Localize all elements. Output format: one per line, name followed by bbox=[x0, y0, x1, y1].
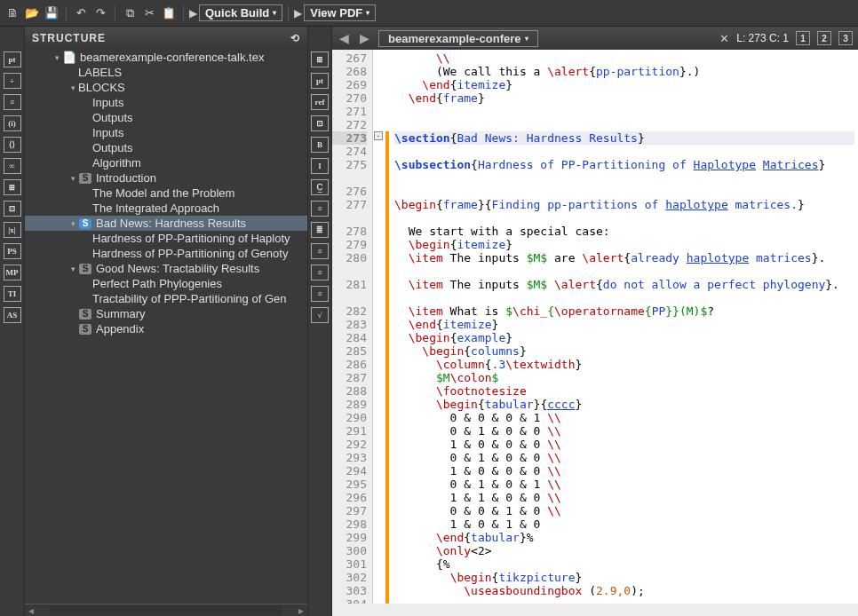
new-file-icon[interactable]: 🗎 bbox=[4, 4, 21, 22]
structure-hscrollbar[interactable]: ◂ ▸ bbox=[25, 604, 307, 616]
structure-header: STRUCTURE ⟲ bbox=[25, 27, 307, 50]
paste-icon[interactable]: 📋 bbox=[160, 4, 178, 22]
undo-icon[interactable]: ↶ bbox=[72, 4, 90, 22]
symbol-palette-button-11[interactable]: TI bbox=[4, 286, 21, 302]
fold-toggle-icon[interactable]: - bbox=[374, 131, 383, 140]
tree-item[interactable]: ▾SIntroduction bbox=[25, 170, 307, 186]
tree-item[interactable]: Inputs bbox=[25, 125, 307, 140]
editor-action-button-11[interactable]: ≡ bbox=[311, 286, 329, 302]
tree-item[interactable]: The Integrated Approach bbox=[25, 201, 307, 216]
tree-item[interactable]: ▾📄beamerexample-conference-talk.tex bbox=[25, 50, 307, 65]
symbol-palette-button-1[interactable]: ÷ bbox=[4, 73, 21, 89]
symbol-palette-button-10[interactable]: MP bbox=[4, 265, 21, 280]
tree-item[interactable]: SAppendix bbox=[25, 321, 307, 336]
editor-action-button-6[interactable]: C̲ bbox=[311, 179, 329, 195]
structure-panel: STRUCTURE ⟲ ▾📄beamerexample-conference-t… bbox=[25, 27, 307, 616]
editor-action-button-9[interactable]: ≡ bbox=[311, 243, 329, 259]
separator bbox=[288, 5, 289, 21]
pane-2-button[interactable]: 2 bbox=[817, 31, 831, 45]
run-view-icon[interactable]: ▶ bbox=[294, 7, 302, 20]
symbol-palette-button-8[interactable]: |x| bbox=[4, 222, 21, 238]
file-selector-dropdown[interactable]: beamerexample-confere▾ bbox=[378, 30, 538, 47]
tree-item[interactable]: ▾SBad News: Hardness Results bbox=[25, 216, 307, 231]
symbol-palette-button-9[interactable]: PS bbox=[4, 243, 21, 259]
tree-item[interactable]: ▾SGood News: Tractability Results bbox=[25, 261, 307, 276]
tree-item[interactable]: LABELS bbox=[25, 65, 307, 80]
change-gutter bbox=[385, 50, 391, 604]
open-file-icon[interactable]: 📂 bbox=[23, 4, 41, 22]
editor-hscrollbar[interactable] bbox=[332, 604, 858, 616]
nav-forward-icon[interactable]: ▶ bbox=[358, 31, 371, 45]
symbol-palette-button-5[interactable]: ∞ bbox=[4, 158, 21, 174]
close-tab-icon[interactable]: ✕ bbox=[719, 32, 729, 45]
tree-item[interactable]: The Model and the Problem bbox=[25, 186, 307, 201]
separator bbox=[183, 5, 184, 21]
line-number-gutter: 2672682692702712722732742752762772782792… bbox=[332, 50, 373, 604]
tree-item[interactable]: Algorithm bbox=[25, 155, 307, 170]
code-editor[interactable]: 2672682692702712722732742752762772782792… bbox=[332, 50, 858, 604]
tree-item[interactable]: Perfect Path Phylogenies bbox=[25, 276, 307, 291]
tree-item[interactable]: Inputs bbox=[25, 95, 307, 110]
editor-action-button-7[interactable]: ≡ bbox=[311, 201, 329, 217]
editor-area: ◀ ▶ beamerexample-confere▾ ✕ L: 273 C: 1… bbox=[332, 27, 858, 616]
cut-icon[interactable]: ✂ bbox=[140, 4, 158, 22]
structure-title: STRUCTURE bbox=[32, 32, 106, 44]
quick-build-dropdown[interactable]: Quick Build▾ bbox=[199, 4, 282, 21]
code-content[interactable]: \\ (We call this a \alert{pp-partition}.… bbox=[391, 50, 858, 604]
editor-action-button-2[interactable]: ref bbox=[311, 94, 329, 110]
structure-tree[interactable]: ▾📄beamerexample-conference-talk.texLABEL… bbox=[25, 50, 307, 604]
copy-icon[interactable]: ⧉ bbox=[121, 4, 139, 22]
main-toolbar: 🗎 📂 💾 ↶ ↷ ⧉ ✂ 📋 ▶ Quick Build▾ ▶ View PD… bbox=[0, 0, 858, 27]
editor-action-button-3[interactable]: ⊡ bbox=[311, 115, 329, 131]
editor-action-button-1[interactable]: pt bbox=[311, 73, 329, 89]
tree-item[interactable]: SSummary bbox=[25, 306, 307, 321]
tree-item[interactable]: Outputs bbox=[25, 140, 307, 155]
symbol-palette-button-4[interactable]: ⟨⟩ bbox=[4, 137, 21, 153]
editor-action-button-0[interactable]: ⊞ bbox=[311, 51, 329, 67]
left-symbol-toolbar: pt÷≡(i)⟨⟩∞⊞⊡|x|PSMPTIAS bbox=[0, 27, 25, 616]
editor-action-button-8[interactable]: ≣ bbox=[311, 222, 329, 238]
separator bbox=[115, 5, 115, 21]
editor-action-button-10[interactable]: ≡ bbox=[311, 265, 329, 280]
tree-item[interactable]: Outputs bbox=[25, 110, 307, 125]
editor-action-button-4[interactable]: B bbox=[311, 137, 329, 153]
tree-item[interactable]: Hardness of PP-Partitioning of Haploty bbox=[25, 231, 307, 246]
tree-item[interactable]: Hardness of PP-Partitioning of Genoty bbox=[25, 246, 307, 261]
structure-sync-icon[interactable]: ⟲ bbox=[290, 32, 300, 44]
view-pdf-dropdown[interactable]: View PDF▾ bbox=[304, 4, 376, 21]
symbol-palette-button-12[interactable]: AS bbox=[4, 307, 21, 323]
symbol-palette-button-0[interactable]: pt bbox=[4, 51, 21, 67]
cursor-position: L: 273 C: 1 bbox=[736, 32, 789, 44]
symbol-palette-button-2[interactable]: ≡ bbox=[4, 94, 21, 110]
pane-1-button[interactable]: 1 bbox=[796, 31, 810, 45]
save-file-icon[interactable]: 💾 bbox=[43, 4, 60, 22]
editor-action-button-12[interactable]: √ bbox=[311, 307, 329, 323]
symbol-palette-button-3[interactable]: (i) bbox=[4, 115, 21, 131]
pane-3-button[interactable]: 3 bbox=[838, 31, 853, 45]
separator bbox=[66, 5, 67, 21]
run-icon[interactable]: ▶ bbox=[189, 7, 197, 20]
change-marker bbox=[385, 131, 389, 604]
tree-item[interactable]: Tractability of PPP-Partitioning of Gen bbox=[25, 291, 307, 306]
editor-tab-bar: ◀ ▶ beamerexample-confere▾ ✕ L: 273 C: 1… bbox=[332, 27, 858, 50]
editor-action-toolbar: ⊞ptref⊡BIC̲≡≣≡≡≡√ bbox=[307, 27, 332, 616]
fold-gutter[interactable]: - bbox=[373, 50, 385, 604]
editor-action-button-5[interactable]: I bbox=[311, 158, 329, 174]
redo-icon[interactable]: ↷ bbox=[91, 4, 109, 22]
symbol-palette-button-6[interactable]: ⊞ bbox=[4, 179, 21, 195]
symbol-palette-button-7[interactable]: ⊡ bbox=[4, 201, 21, 217]
tree-item[interactable]: ▾BLOCKS bbox=[25, 80, 307, 95]
nav-back-icon[interactable]: ◀ bbox=[338, 31, 351, 45]
